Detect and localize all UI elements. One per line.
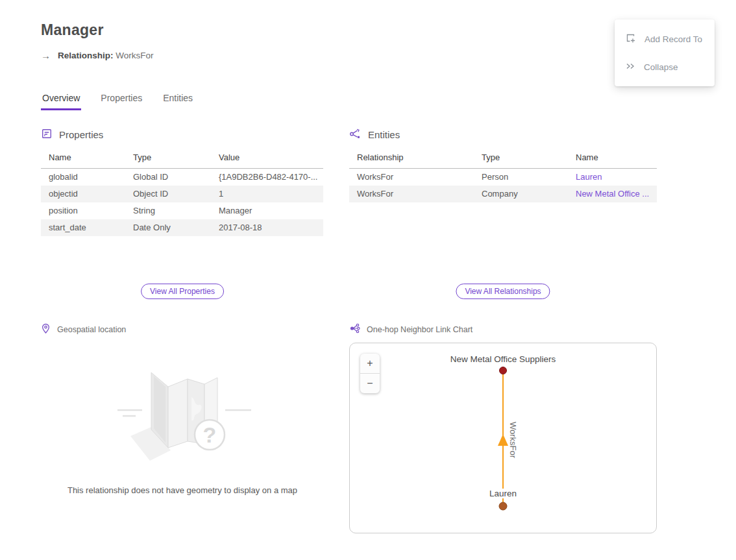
geospatial-section-title: Geospatial location (57, 325, 126, 334)
table-row: globalid Global ID {1A9DB2B6-D482-4170-.… (41, 169, 323, 186)
edge-label-worksfor: WorksFor (508, 422, 518, 459)
column-header-name: Name (568, 149, 657, 169)
cell-name: position (41, 202, 125, 219)
cell-relationship: WorksFor (349, 169, 474, 186)
cell-value: 1 (211, 186, 323, 202)
map-pin-icon (41, 323, 51, 336)
tab-entities[interactable]: Entities (162, 93, 194, 110)
entities-table: Relationship Type Name WorksFor Person L… (349, 149, 657, 202)
entities-section-header: Entities (349, 128, 400, 141)
cell-name: globalid (41, 169, 125, 186)
node-label-company: New Metal Office Suppliers (450, 354, 556, 364)
cell-value: {1A9DB2B6-D482-4170-... (211, 169, 323, 186)
link-chart-panel: WorksFor New Metal Office Suppliers Laur… (349, 343, 657, 533)
tab-bar: Overview Properties Entities (41, 93, 194, 110)
properties-section-title: Properties (59, 129, 103, 140)
view-all-relationships-button[interactable]: View All Relationships (456, 284, 550, 299)
node-label-person: Lauren (489, 489, 517, 498)
entities-icon (349, 128, 362, 141)
zoom-out-button[interactable]: − (360, 374, 380, 393)
column-header-type: Type (125, 149, 211, 169)
cell-value: 2017-08-18 (211, 219, 323, 236)
tab-overview[interactable]: Overview (41, 93, 81, 110)
table-row: objectid Object ID 1 (41, 186, 323, 202)
menu-item-collapse[interactable]: Collapse (615, 53, 715, 81)
zoom-in-button[interactable]: + (360, 354, 380, 373)
link-chart-section-header: One-hop Neighbor Link Chart (349, 323, 472, 335)
node-dot-person[interactable] (499, 502, 507, 510)
geospatial-section-header: Geospatial location (41, 323, 126, 336)
cell-type: Object ID (125, 186, 211, 202)
column-header-relationship: Relationship (349, 149, 474, 169)
record-detail-page: Manager → Relationship: WorksFor Add Rec… (0, 0, 736, 560)
edge-arrow-up-icon (498, 434, 508, 446)
subtitle-label: Relationship: (58, 51, 114, 60)
table-row: position String Manager (41, 202, 323, 219)
node-dot-company[interactable] (500, 367, 507, 374)
cell-type: Company (474, 186, 568, 202)
relationship-arrow-icon: → (41, 50, 51, 61)
cell-type: Date Only (125, 219, 211, 236)
entity-link-lauren[interactable]: Lauren (576, 172, 602, 182)
link-chart-canvas[interactable]: WorksFor New Metal Office Suppliers Laur… (350, 343, 656, 533)
column-header-value: Value (211, 149, 323, 169)
entities-section-title: Entities (368, 129, 400, 140)
cell-type: Person (474, 169, 568, 186)
properties-icon (41, 128, 53, 141)
chart-zoom-control: + − (360, 354, 380, 393)
menu-item-label: Add Record To (644, 34, 702, 44)
link-chart-section-title: One-hop Neighbor Link Chart (367, 325, 472, 334)
entity-link-company[interactable]: New Metal Office ... (576, 189, 649, 199)
cell-name: start_date (41, 219, 125, 236)
cell-value: Manager (211, 202, 323, 219)
cell-type: Global ID (125, 169, 211, 186)
entities-table-header-row: Relationship Type Name (349, 149, 657, 169)
table-row: WorksFor Person Lauren (349, 169, 657, 186)
properties-section-header: Properties (41, 128, 103, 141)
cell-relationship: WorksFor (349, 186, 474, 202)
question-mark-glyph: ? (203, 422, 217, 447)
column-header-name: Name (41, 149, 125, 169)
table-row: start_date Date Only 2017-08-18 (41, 219, 323, 236)
menu-item-label: Collapse (644, 62, 678, 72)
subtitle-value: WorksFor (116, 51, 153, 60)
properties-table-header-row: Name Type Value (41, 149, 323, 169)
view-all-properties-button[interactable]: View All Properties (141, 284, 224, 299)
collapse-icon (625, 61, 635, 73)
breadcrumb: → Relationship: WorksFor (41, 50, 154, 61)
cell-name: objectid (41, 186, 125, 202)
properties-table: Name Type Value globalid Global ID {1A9D… (41, 149, 323, 236)
page-title: Manager (41, 21, 104, 39)
add-record-icon (625, 32, 636, 45)
no-geometry-message: This relationship does not have geometry… (67, 485, 297, 495)
menu-item-add-record-to[interactable]: Add Record To (615, 25, 715, 53)
context-menu: Add Record To Collapse (615, 19, 715, 86)
table-row: WorksFor Company New Metal Office ... (349, 186, 657, 202)
tab-properties[interactable]: Properties (99, 93, 143, 110)
column-header-type: Type (474, 149, 568, 169)
cell-type: String (125, 202, 211, 219)
link-chart-icon (349, 323, 360, 335)
map-placeholder-graphic: ? (111, 358, 254, 474)
